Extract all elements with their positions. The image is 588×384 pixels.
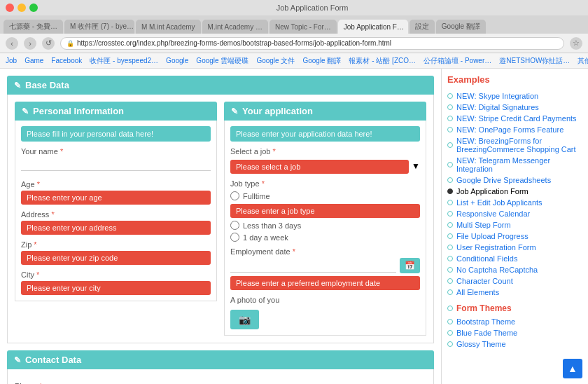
radio-fulltime-label: Fulltime <box>243 192 270 200</box>
dot-telegram <box>447 162 453 167</box>
tab-2[interactable]: M M.int Academy <box>136 20 201 34</box>
radio-fulltime-input[interactable] <box>230 191 239 200</box>
sidebar-link-stripe[interactable]: NEW: Stripe Credit Card Payments <box>456 114 577 123</box>
bookmark-google[interactable]: Google <box>164 57 190 64</box>
tab-6[interactable]: 設定 <box>410 20 435 34</box>
sidebar-link-glossy-theme[interactable]: Glossy Theme <box>456 340 506 348</box>
sidebar-link-onepage[interactable]: NEW: OnePage Forms Feature <box>456 125 564 134</box>
bookmark-game[interactable]: Game <box>22 57 46 64</box>
forward-button[interactable]: › <box>24 37 36 50</box>
dot-glossy-theme <box>447 341 453 347</box>
radio-less3-input[interactable] <box>230 221 239 230</box>
sidebar-label-job: Job Application Form <box>456 187 528 196</box>
tabs-bar: 七源藥 - 免費… M 收件匣 (7) - bye… M M.int Acade… <box>0 15 588 34</box>
close-button[interactable] <box>6 4 14 12</box>
application-body: Please enter your application data here!… <box>224 121 426 336</box>
sidebar-link-commerce[interactable]: NEW: BreezingForms for BreezingCommerce … <box>456 137 582 153</box>
photo-button[interactable]: 📷 <box>230 310 259 329</box>
select-job-wrapper: Please select a job ▼ <box>230 158 420 174</box>
back-button[interactable]: ‹ <box>6 37 18 50</box>
personal-info-body: Please fill in your personal data here! … <box>15 121 217 301</box>
bookmark-other[interactable]: 其他書籤 <box>575 56 588 66</box>
sidebar-item-registration[interactable]: User Registration Form <box>447 242 582 253</box>
sidebar-link-calendar[interactable]: Responsive Calendar <box>456 210 530 218</box>
minimize-button[interactable] <box>18 4 26 12</box>
sidebar-item-fileupload[interactable]: File Upload Progress <box>447 231 582 242</box>
dot-commerce <box>447 142 453 148</box>
sidebar-link-charcount[interactable]: Character Count <box>456 277 513 285</box>
dot-conditional <box>447 256 453 261</box>
bookmark-inbox[interactable]: 收件匣 - byespeed2… <box>88 56 160 66</box>
tab-1[interactable]: M 收件匣 (7) - bye… <box>64 20 134 34</box>
sidebar-item-onepage[interactable]: NEW: OnePage Forms Feature <box>447 124 582 135</box>
sidebar-link-bluefade-theme[interactable]: Blue Fade Theme <box>456 329 517 337</box>
sidebar-item-bluefade-theme[interactable]: Blue Fade Theme <box>447 327 582 338</box>
bookmark-drive[interactable]: Google 雲端硬碟 <box>194 56 251 66</box>
sidebar-link-allelements[interactable]: All Elements <box>456 288 499 296</box>
sidebar-item-job[interactable]: Job Application Form <box>447 186 582 197</box>
city-error: Please enter your city <box>21 281 211 295</box>
sidebar-link-multistep[interactable]: Multi Step Form <box>456 221 511 229</box>
date-input[interactable] <box>230 259 396 273</box>
extensions-button[interactable]: ☆ <box>570 37 582 50</box>
sidebar-item-telegram[interactable]: NEW: Telegram Messenger Integration <box>447 155 582 174</box>
sidebar-item-glossy-theme[interactable]: Glossy Theme <box>447 338 582 350</box>
application-edit-icon: ✎ <box>231 107 238 116</box>
sidebar: Examples NEW: Skype Integration NEW: Dig… <box>441 69 588 384</box>
sidebar-item-bootstrap-theme[interactable]: Bootstrap Theme <box>447 316 582 327</box>
sidebar-item-conditional[interactable]: Conditional Fields <box>447 253 582 264</box>
sidebar-item-listedit[interactable]: List + Edit Job Applicants <box>447 197 582 208</box>
job-type-radio-group: Fulltime <box>230 191 420 200</box>
sidebar-item-skype[interactable]: NEW: Skype Integration <box>447 90 582 102</box>
tab-7[interactable]: Google 翻譯 <box>436 20 486 34</box>
tab-4[interactable]: New Topic - For… <box>270 20 337 34</box>
bookmark-job[interactable]: Job <box>4 57 19 64</box>
bookmark-translate[interactable]: Google 翻譯 <box>300 56 343 66</box>
address-bar[interactable]: 🔒 https://crosstec.org/index.php/breezin… <box>60 37 564 50</box>
sidebar-item-gdrive[interactable]: Google Drive Spreadsheets <box>447 174 582 186</box>
refresh-button[interactable]: ↺ <box>42 37 55 50</box>
sidebar-link-digital[interactable]: NEW: Digital Signatures <box>456 103 539 111</box>
sidebar-item-stripe[interactable]: NEW: Stripe Credit Card Payments <box>447 113 582 124</box>
personal-info-title: Personal Information <box>33 106 124 116</box>
job-type-error: Please enter a job type <box>230 204 420 218</box>
tab-0[interactable]: 七源藥 - 免費… <box>4 20 63 34</box>
sidebar-link-registration[interactable]: User Registration Form <box>456 243 536 252</box>
bookmark-netshow[interactable]: 遊NETSHOW你扯話… <box>497 56 572 66</box>
sidebar-item-digital[interactable]: NEW: Digital Signatures <box>447 102 582 113</box>
sidebar-item-commerce[interactable]: NEW: BreezingForms for BreezingCommerce … <box>447 135 582 155</box>
browser-chrome: Job Application Form 七源藥 - 免費… M 收件匣 (7)… <box>0 0 588 69</box>
sidebar-link-telegram[interactable]: NEW: Telegram Messenger Integration <box>456 156 582 173</box>
edit-icon: ✎ <box>14 81 21 90</box>
sidebar-link-fileupload[interactable]: File Upload Progress <box>456 232 528 240</box>
dot-stripe <box>447 116 453 121</box>
tab-3[interactable]: M.int Academy … <box>202 20 268 34</box>
maximize-button[interactable] <box>29 4 38 12</box>
sidebar-link-gdrive[interactable]: Google Drive Spreadsheets <box>456 176 551 184</box>
base-data-title: Base Data <box>25 80 69 90</box>
sidebar-item-nocaptcha[interactable]: No Captcha ReCaptcha <box>447 264 582 275</box>
sidebar-item-multistep[interactable]: Multi Step Form <box>447 219 582 231</box>
sidebar-item-allelements[interactable]: All Elements <box>447 287 582 298</box>
bookmark-power[interactable]: 公仔箱論壇 - Power… <box>421 56 493 66</box>
name-input[interactable] <box>21 158 211 171</box>
contact-data-section: ✎ Contact Data Phone * <box>7 350 434 384</box>
sidebar-link-conditional[interactable]: Conditional Fields <box>456 254 517 263</box>
radio-1day-input[interactable] <box>230 233 239 242</box>
dot-onepage <box>447 127 453 132</box>
sidebar-link-listedit[interactable]: List + Edit Job Applicants <box>456 198 542 207</box>
address-error: Please enter your address <box>21 221 211 235</box>
bookmark-docs[interactable]: Google 文件 <box>254 56 297 66</box>
sidebar-item-charcount[interactable]: Character Count <box>447 275 582 287</box>
sidebar-item-calendar[interactable]: Responsive Calendar <box>447 208 582 219</box>
tab-5[interactable]: Job Application F… <box>338 20 408 34</box>
sidebar-link-nocaptcha[interactable]: No Captcha ReCaptcha <box>456 266 538 274</box>
bookmark-fb[interactable]: Facebook <box>49 57 84 64</box>
calendar-button[interactable]: 📅 <box>400 258 420 273</box>
city-label: City * <box>21 270 211 279</box>
back-to-top-button[interactable]: ▲ <box>563 359 582 378</box>
sidebar-link-bootstrap-theme[interactable]: Bootstrap Theme <box>456 317 515 326</box>
sidebar-link-skype[interactable]: NEW: Skype Integration <box>456 92 538 100</box>
bookmarks-bar: Job Game Facebook 收件匣 - byespeed2… Googl… <box>0 53 588 69</box>
bookmark-zcool[interactable]: 報素材 - 站酷 [ZCO… <box>346 56 418 66</box>
